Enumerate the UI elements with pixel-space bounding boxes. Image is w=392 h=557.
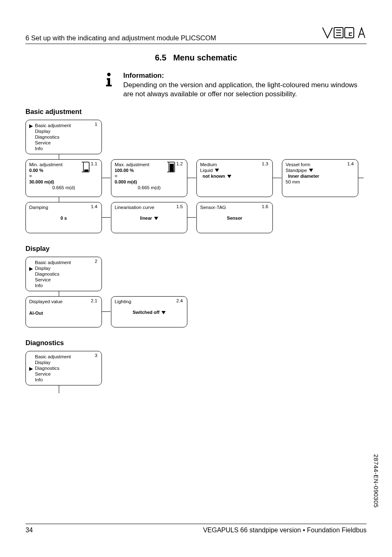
dropdown-icon [309, 169, 313, 172]
menu-title: Lighting [115, 299, 184, 304]
menu-subvalue: 0.665 m(d) [115, 185, 184, 190]
menu-sensor-tag: 1.6 Sensor-TAG Sensor [196, 202, 273, 233]
svg-rect-8 [84, 169, 88, 172]
display-heading: Display [25, 245, 367, 253]
menu-value: linear [140, 216, 152, 220]
menu-min-adjustment: 1.1 Min. adjustment 0.00 % = 30.000 m(d)… [25, 159, 102, 197]
menu-root-basic-adjustment: 1 ▶Basic adjustment Display Diagnostics … [25, 120, 102, 154]
menu-item: Service [35, 277, 51, 282]
information-title: Information: [123, 72, 367, 80]
basic-adjustment-group: 1 ▶Basic adjustment Display Diagnostics … [25, 120, 367, 233]
menu-item: Display [35, 266, 51, 271]
menu-index: 1.1 [91, 161, 97, 166]
vessel-high-icon [167, 161, 176, 174]
dropdown-icon [161, 311, 166, 314]
menu-damping: 1.4 Damping 0 s [25, 202, 102, 233]
menu-title: Vessel form [286, 162, 355, 167]
menu-value: Liquid [200, 168, 213, 173]
basic-adjustment-heading: Basic adjustment [25, 108, 367, 116]
information-block: Information: Depending on the version an… [104, 72, 367, 99]
menu-index: 1.2 [176, 161, 183, 166]
svg-point-6 [107, 73, 111, 76]
menu-title: Medium [200, 162, 269, 167]
menu-lighting: 2.4 Lighting Switched off [111, 296, 187, 327]
information-icon [104, 72, 114, 89]
menu-value: Inner diameter [288, 174, 355, 179]
menu-item: Diagnostics [35, 272, 59, 276]
menu-value: Standpipe [286, 168, 307, 173]
dropdown-icon [215, 169, 219, 172]
menu-item: Display [35, 129, 51, 134]
menu-item: Service [35, 140, 51, 145]
chapter-title: 6 Set up with the indicating and adjustm… [25, 34, 216, 42]
menu-item: Info [35, 377, 43, 382]
menu-max-adjustment: 1.2 Max. adjustment 100.00 % = 0.000 m(d… [111, 159, 187, 197]
menu-value: 0 s [29, 216, 98, 220]
menu-displayed-value: 2.1 Displayed value AI-Out [25, 296, 102, 327]
menu-value: AI-Out [29, 311, 98, 316]
menu-index: 1.4 [347, 161, 354, 166]
menu-title: Damping [29, 205, 98, 210]
pointer-icon: ▶ [29, 123, 33, 129]
pointer-icon: ▶ [29, 366, 33, 371]
section-number: 6.5 [155, 53, 166, 62]
menu-title: Sensor-TAG [200, 205, 269, 210]
menu-item: Service [35, 371, 51, 376]
menu-item: Basic adjustment [35, 123, 71, 128]
information-body: Depending on the version and application… [123, 81, 367, 99]
svg-rect-10 [170, 164, 174, 172]
menu-item: Basic adjustment [35, 354, 71, 359]
page-header: 6 Set up with the indicating and adjustm… [25, 26, 367, 44]
menu-vessel-form: 1.4 Vessel form Standpipe Inner diameter… [282, 159, 358, 197]
menu-item: Diagnostics [35, 135, 59, 139]
menu-value: 0.000 m(d) [115, 179, 184, 184]
product-name: VEGAPULS 66 standpipe version • Foundati… [203, 527, 367, 534]
vessel-low-icon [82, 161, 91, 174]
menu-value: Sensor [200, 216, 269, 220]
pointer-icon: ▶ [29, 266, 33, 272]
menu-linearisation: 1.5 Linearisation curve linear [111, 202, 187, 233]
menu-subvalue: 0.665 m(d) [29, 185, 98, 190]
display-group: 2 Basic adjustment ▶Display Diagnostics … [25, 257, 367, 327]
page-footer: 34 VEGAPULS 66 standpipe version • Found… [25, 524, 367, 534]
menu-value: Switched off [133, 310, 159, 315]
menu-item: Info [35, 146, 43, 151]
menu-medium: 1.3 Medium Liquid not known [196, 159, 273, 197]
section-title: Menu schematic [173, 53, 237, 62]
menu-index: 2.1 [91, 298, 97, 303]
dropdown-icon [154, 217, 158, 220]
document-id: 28744-EN-090305 [373, 454, 380, 508]
menu-title: Linearisation curve [115, 205, 184, 210]
menu-value: not known [203, 174, 225, 179]
menu-index: 1.4 [91, 204, 97, 209]
diagnostics-group: 3 Basic adjustment Display ▶Diagnostics … [25, 351, 367, 385]
dropdown-icon [227, 175, 231, 178]
menu-index: 1.6 [262, 204, 268, 209]
vega-logo [321, 26, 367, 42]
menu-value: 30.000 m(d) [29, 179, 98, 184]
menu-item: Diagnostics [35, 366, 59, 371]
page-number: 34 [25, 527, 33, 534]
menu-value: 50 mm [286, 179, 355, 184]
menu-index: 2.4 [176, 298, 183, 303]
menu-item: Basic adjustment [35, 260, 71, 265]
menu-root-display: 2 Basic adjustment ▶Display Diagnostics … [25, 257, 102, 291]
section-heading: 6.5 Menu schematic [25, 53, 367, 63]
menu-index: 1.3 [262, 161, 268, 166]
menu-item: Info [35, 283, 43, 288]
diagnostics-heading: Diagnostics [25, 339, 367, 347]
menu-index: 1.5 [176, 204, 183, 209]
menu-item: Display [35, 360, 51, 365]
document-page: 6 Set up with the indicating and adjustm… [0, 0, 392, 557]
menu-title: Displayed value [29, 299, 98, 304]
menu-root-diagnostics: 3 Basic adjustment Display ▶Diagnostics … [25, 351, 102, 385]
